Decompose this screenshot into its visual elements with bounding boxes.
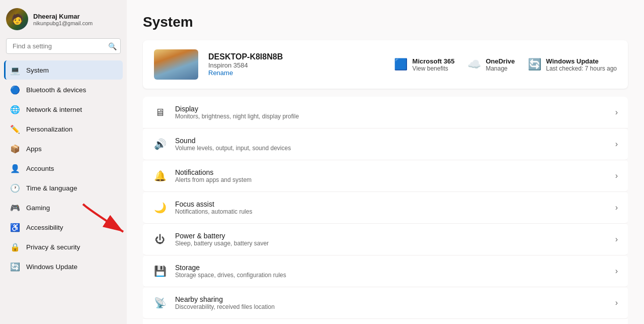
storage-text: StorageStorage space, drives, configurat…	[175, 264, 607, 279]
sidebar-item-bluetooth[interactable]: 🔵Bluetooth & devices	[4, 80, 123, 99]
nav-list: 💻System🔵Bluetooth & devices🌐Network & in…	[0, 58, 127, 324]
sidebar-item-update[interactable]: 🔄Windows Update	[4, 257, 123, 276]
display-desc: Monitors, brightness, night light, displ…	[175, 113, 607, 120]
display-title: Display	[175, 105, 607, 113]
notifications-desc: Alerts from apps and system	[175, 176, 607, 183]
sidebar-label-privacy: Privacy & security	[26, 243, 80, 251]
device-info: DESKTOP-K8I8N8B Inspiron 3584 Rename	[208, 52, 383, 77]
page-title: System	[143, 14, 628, 30]
nearby-text: Nearby sharingDiscoverability, received …	[175, 295, 607, 310]
settings-list: 🖥DisplayMonitors, brightness, night ligh…	[143, 97, 628, 324]
sidebar-label-accessibility: Accessibility	[26, 224, 63, 231]
sidebar-item-privacy[interactable]: 🔒Privacy & security	[4, 237, 123, 256]
storage-chevron: ›	[615, 267, 618, 276]
privacy-icon: 🔒	[10, 242, 20, 252]
personalization-icon: ✏️	[10, 124, 20, 134]
sidebar-item-personalization[interactable]: ✏️Personalization	[4, 119, 123, 139]
settings-item-sound[interactable]: 🔊SoundVolume levels, output, input, soun…	[143, 128, 628, 160]
storage-icon: 💾	[153, 264, 167, 278]
search-input[interactable]	[6, 38, 121, 54]
sidebar-item-accessibility[interactable]: ♿Accessibility	[4, 218, 123, 237]
settings-item-focus[interactable]: 🌙Focus assistNotifications, automatic ru…	[143, 192, 628, 224]
update-icon: 🔄	[10, 262, 20, 272]
nearby-chevron: ›	[615, 298, 618, 307]
microsoft365-text: Microsoft 365View benefits	[413, 57, 455, 72]
sidebar-item-gaming[interactable]: 🎮Gaming	[4, 198, 123, 217]
user-profile: 🧑 Dheeraj Kumar nikunpubg1@gmail.com	[0, 0, 127, 36]
nearby-title: Nearby sharing	[175, 295, 607, 303]
onedrive-label: OneDrive	[486, 57, 515, 65]
quick-links: 🟦Microsoft 365View benefits☁️OneDriveMan…	[393, 57, 617, 72]
notifications-title: Notifications	[175, 168, 607, 176]
sound-desc: Volume levels, output, input, sound devi…	[175, 145, 607, 152]
accessibility-icon: ♿	[10, 222, 20, 232]
settings-item-notifications[interactable]: 🔔NotificationsAlerts from apps and syste…	[143, 160, 628, 192]
windows_update-icon: 🔄	[527, 57, 542, 72]
power-icon: ⏻	[153, 232, 167, 246]
settings-item-multitasking[interactable]: ⊞MultitaskingSnap windows, desktops, tas…	[143, 319, 628, 324]
user-info: Dheeraj Kumar nikunpubg1@gmail.com	[33, 13, 93, 26]
power-title: Power & battery	[175, 232, 607, 240]
sidebar-label-update: Windows Update	[26, 263, 77, 271]
sound-chevron: ›	[615, 140, 618, 149]
search-icon: 🔍	[108, 42, 117, 50]
sidebar-label-bluetooth: Bluetooth & devices	[26, 86, 86, 94]
settings-item-storage[interactable]: 💾StorageStorage space, drives, configura…	[143, 255, 628, 287]
user-email: nikunpubg1@gmail.com	[33, 20, 93, 26]
settings-item-power[interactable]: ⏻Power & batterySleep, battery usage, ba…	[143, 224, 628, 255]
notifications-icon: 🔔	[153, 169, 167, 183]
sidebar-label-personalization: Personalization	[26, 125, 72, 133]
quick-link-windows_update[interactable]: 🔄Windows UpdateLast checked: 7 hours ago	[527, 57, 617, 72]
power-text: Power & batterySleep, battery usage, bat…	[175, 232, 607, 247]
gaming-icon: 🎮	[10, 203, 20, 213]
onedrive-text: OneDriveManage	[486, 57, 515, 72]
quick-link-microsoft365[interactable]: 🟦Microsoft 365View benefits	[393, 57, 455, 72]
device-card: DESKTOP-K8I8N8B Inspiron 3584 Rename 🟦Mi…	[143, 40, 628, 89]
nearby-icon: 📡	[153, 296, 167, 310]
windows_update-label: Windows Update	[546, 57, 617, 65]
search-box[interactable]: 🔍	[6, 38, 121, 54]
sidebar-label-accounts: Accounts	[26, 165, 54, 172]
sidebar-label-system: System	[26, 67, 49, 74]
microsoft365-label: Microsoft 365	[413, 57, 455, 65]
display-text: DisplayMonitors, brightness, night light…	[175, 105, 607, 120]
sidebar-item-network[interactable]: 🌐Network & internet	[4, 100, 123, 119]
notifications-text: NotificationsAlerts from apps and system	[175, 168, 607, 183]
onedrive-icon: ☁️	[466, 57, 481, 72]
device-rename[interactable]: Rename	[208, 69, 383, 77]
storage-desc: Storage space, drives, configuration rul…	[175, 272, 607, 279]
sound-text: SoundVolume levels, output, input, sound…	[175, 137, 607, 152]
bluetooth-icon: 🔵	[10, 85, 20, 95]
sound-icon: 🔊	[153, 137, 167, 151]
accounts-icon: 👤	[10, 163, 20, 173]
sidebar-label-network: Network & internet	[26, 106, 82, 113]
focus-chevron: ›	[615, 203, 618, 212]
device-thumbnail	[154, 49, 198, 80]
quick-link-onedrive[interactable]: ☁️OneDriveManage	[466, 57, 515, 72]
time-icon: 🕐	[10, 183, 20, 193]
sidebar-item-time[interactable]: 🕐Time & language	[4, 178, 123, 198]
windows_update-sub: Last checked: 7 hours ago	[546, 65, 617, 72]
sound-title: Sound	[175, 137, 607, 145]
sidebar-label-time: Time & language	[26, 184, 77, 192]
focus-icon: 🌙	[153, 201, 167, 215]
device-thumbnail-image	[154, 49, 198, 80]
sidebar-label-gaming: Gaming	[26, 204, 50, 212]
avatar: 🧑	[6, 8, 28, 30]
settings-item-nearby[interactable]: 📡Nearby sharingDiscoverability, received…	[143, 287, 628, 319]
notifications-chevron: ›	[615, 171, 618, 180]
sidebar-item-apps[interactable]: 📦Apps	[4, 139, 123, 158]
display-icon: 🖥	[153, 105, 167, 119]
device-model: Inspiron 3584	[208, 61, 383, 69]
sidebar-item-accounts[interactable]: 👤Accounts	[4, 159, 123, 178]
settings-item-display[interactable]: 🖥DisplayMonitors, brightness, night ligh…	[143, 97, 628, 128]
sidebar-item-system[interactable]: 💻System	[4, 60, 123, 80]
power-chevron: ›	[615, 235, 618, 244]
network-icon: 🌐	[10, 104, 20, 114]
sidebar-label-apps: Apps	[26, 145, 42, 153]
storage-title: Storage	[175, 264, 607, 272]
windows_update-text: Windows UpdateLast checked: 7 hours ago	[546, 57, 617, 72]
main-content: System DESKTOP-K8I8N8B Inspiron 3584 Ren…	[127, 0, 644, 324]
focus-text: Focus assistNotifications, automatic rul…	[175, 200, 607, 215]
focus-desc: Notifications, automatic rules	[175, 208, 607, 215]
